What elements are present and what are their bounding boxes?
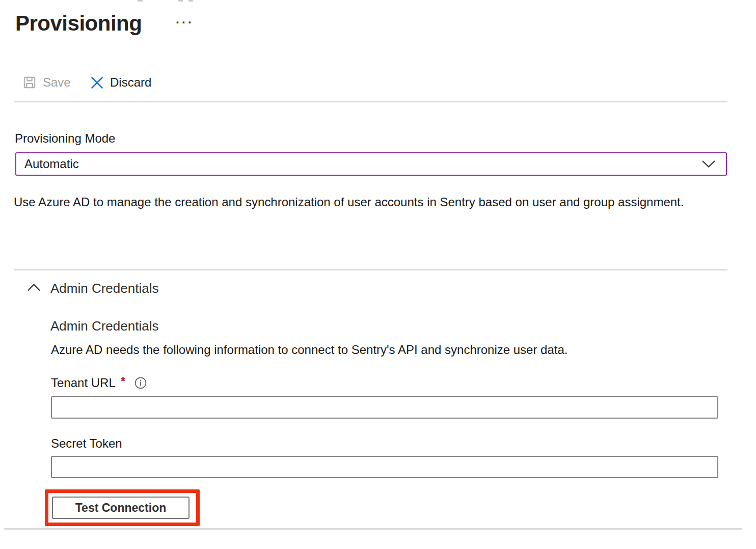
- clipped-breadcrumb-fragment: [188, 0, 193, 2]
- admin-credentials-section-toggle[interactable]: [27, 283, 41, 294]
- clipped-breadcrumb-fragment: [178, 0, 183, 2]
- section-divider: [14, 269, 727, 270]
- discard-x-icon: [90, 76, 104, 90]
- chevron-down-icon: [701, 160, 716, 168]
- info-icon[interactable]: [134, 377, 147, 389]
- more-menu-button[interactable]: ···: [176, 15, 194, 30]
- clipped-breadcrumb-fragment: [138, 0, 143, 2]
- provisioning-page: Provisioning ··· Save Discard Provisioni…: [0, 0, 756, 549]
- test-connection-button[interactable]: Test Connection: [52, 497, 190, 519]
- provisioning-mode-label: Provisioning Mode: [15, 131, 115, 146]
- tenant-url-label: Tenant URL: [51, 376, 116, 390]
- admin-credentials-section-title[interactable]: Admin Credentials: [50, 281, 158, 296]
- save-button[interactable]: Save: [22, 75, 71, 90]
- secret-token-label: Secret Token: [51, 436, 122, 451]
- tenant-url-label-row: Tenant URL *: [51, 376, 147, 390]
- secret-token-input[interactable]: [51, 456, 718, 478]
- save-label: Save: [43, 75, 71, 90]
- provisioning-mode-value: Automatic: [24, 157, 701, 171]
- provisioning-mode-dropdown[interactable]: Automatic: [15, 152, 727, 176]
- tenant-url-input[interactable]: [51, 396, 718, 419]
- admin-credentials-heading: Admin Credentials: [50, 318, 158, 334]
- provisioning-mode-description: Use Azure AD to manage the creation and …: [14, 191, 691, 213]
- required-asterisk: *: [121, 374, 125, 389]
- discard-label: Discard: [110, 75, 151, 90]
- save-icon: [22, 75, 37, 90]
- bottom-divider: [4, 528, 742, 530]
- test-connection-label: Test Connection: [75, 501, 166, 515]
- toolbar-divider: [14, 101, 727, 102]
- discard-button[interactable]: Discard: [90, 75, 151, 90]
- admin-credentials-description: Azure AD needs the following information…: [51, 342, 713, 358]
- chevron-up-icon: [27, 283, 41, 292]
- page-title: Provisioning: [15, 11, 142, 36]
